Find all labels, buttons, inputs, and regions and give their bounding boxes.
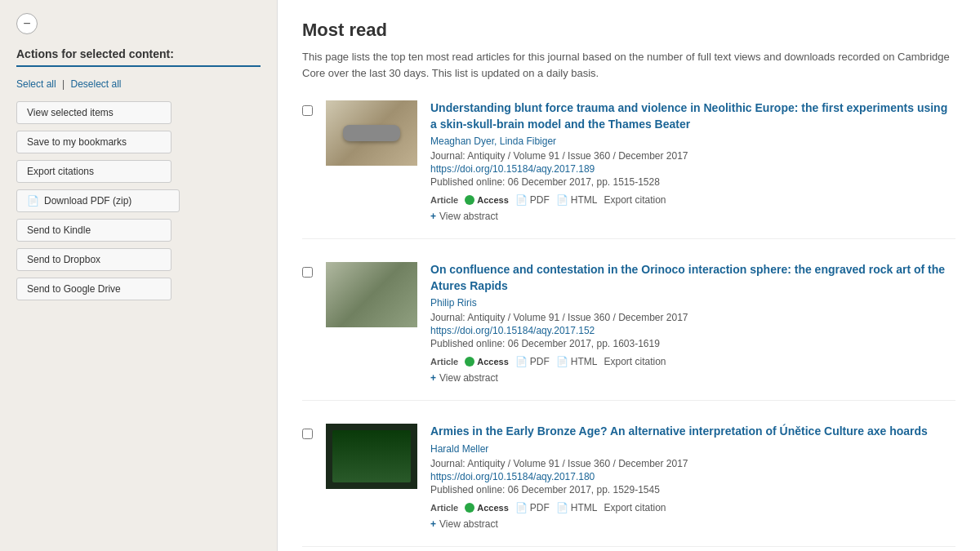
save-bookmarks-button[interactable]: Save to my bookmarks bbox=[16, 131, 172, 153]
html-link[interactable]: 📄 HTML bbox=[556, 502, 598, 513]
article-3-authors: Harald Meller bbox=[430, 443, 956, 455]
export-citations-button[interactable]: Export citations bbox=[16, 160, 172, 183]
pdf-link[interactable]: 📄 PDF bbox=[515, 356, 550, 367]
access-dot-icon bbox=[465, 357, 474, 367]
view-abstract-2[interactable]: + View abstract bbox=[430, 372, 956, 384]
view-abstract-label: View abstract bbox=[439, 518, 498, 530]
plus-icon: + bbox=[430, 518, 436, 530]
select-links: Select all | Deselect all bbox=[16, 78, 261, 90]
html-icon: 📄 bbox=[556, 194, 568, 206]
article-badge: Article bbox=[430, 357, 458, 367]
pdf-label: PDF bbox=[530, 356, 550, 367]
article-item: On confluence and contestation in the Or… bbox=[302, 262, 956, 401]
send-kindle-button[interactable]: Send to Kindle bbox=[16, 219, 172, 242]
view-abstract-3[interactable]: + View abstract bbox=[430, 518, 956, 530]
collapse-button[interactable]: − bbox=[16, 13, 38, 34]
article-2-published: Published online: 06 December 2017, pp. … bbox=[430, 338, 956, 349]
article-3-checkbox[interactable] bbox=[302, 429, 313, 439]
article-item: Armies in the Early Bronze Age? An alter… bbox=[302, 424, 956, 547]
html-icon: 📄 bbox=[556, 502, 568, 513]
article-3-title[interactable]: Armies in the Early Bronze Age? An alter… bbox=[430, 424, 956, 440]
view-abstract-1[interactable]: + View abstract bbox=[430, 211, 956, 222]
pdf-icon: 📄 bbox=[27, 195, 39, 207]
article-2-doi[interactable]: https://doi.org/10.15184/aqy.2017.152 bbox=[430, 325, 956, 336]
export-citation-link[interactable]: Export citation bbox=[604, 502, 666, 513]
article-2-journal: Journal: Antiquity / Volume 91 / Issue 3… bbox=[430, 312, 956, 323]
html-label: HTML bbox=[571, 194, 598, 206]
article-1-doi[interactable]: https://doi.org/10.15184/aqy.2017.189 bbox=[430, 163, 956, 175]
pdf-icon: 📄 bbox=[515, 194, 528, 206]
article-2-actions: Article Access 📄 PDF 📄 HTML Export citat… bbox=[430, 356, 956, 367]
access-label: Access bbox=[477, 195, 509, 205]
access-label: Access bbox=[477, 357, 509, 367]
page-title: Most read bbox=[302, 20, 956, 41]
article-1-thumbnail bbox=[326, 100, 417, 166]
article-1-actions: Article Access 📄 PDF 📄 HTML Export citat… bbox=[430, 194, 956, 206]
article-1-title[interactable]: Understanding blunt force trauma and vio… bbox=[430, 100, 956, 132]
article-3-published: Published online: 06 December 2017, pp. … bbox=[430, 484, 956, 495]
html-label: HTML bbox=[571, 356, 598, 367]
article-1-published: Published online: 06 December 2017, pp. … bbox=[430, 176, 956, 188]
download-pdf-button[interactable]: 📄 Download PDF (zip) bbox=[16, 189, 180, 212]
article-badge: Article bbox=[430, 195, 458, 205]
export-citation-link[interactable]: Export citation bbox=[604, 194, 666, 206]
article-1-checkbox[interactable] bbox=[302, 105, 313, 116]
main-content: Most read This page lists the top ten mo… bbox=[278, 0, 980, 551]
access-dot-icon bbox=[465, 195, 474, 205]
view-abstract-label: View abstract bbox=[439, 211, 498, 222]
download-pdf-label: Download PDF (zip) bbox=[44, 195, 131, 207]
send-googledrive-button[interactable]: Send to Google Drive bbox=[16, 278, 172, 300]
access-label: Access bbox=[477, 503, 509, 513]
article-3-content: Armies in the Early Bronze Age? An alter… bbox=[430, 424, 956, 530]
plus-icon: + bbox=[430, 372, 436, 384]
article-2-checkbox[interactable] bbox=[302, 267, 313, 278]
plus-icon: + bbox=[430, 211, 436, 222]
article-1-content: Understanding blunt force trauma and vio… bbox=[430, 100, 956, 222]
html-icon: 📄 bbox=[556, 356, 568, 367]
access-dot-icon bbox=[465, 503, 474, 513]
article-2-content: On confluence and contestation in the Or… bbox=[430, 262, 956, 384]
separator: | bbox=[62, 78, 67, 90]
article-3-actions: Article Access 📄 PDF 📄 HTML Export citat… bbox=[430, 502, 956, 513]
pdf-label: PDF bbox=[530, 194, 550, 206]
article-2-title[interactable]: On confluence and contestation in the Or… bbox=[430, 262, 956, 294]
pdf-icon: 📄 bbox=[515, 356, 528, 367]
deselect-all-link[interactable]: Deselect all bbox=[71, 78, 122, 90]
send-dropbox-button[interactable]: Send to Dropbox bbox=[16, 248, 172, 271]
pdf-icon: 📄 bbox=[515, 502, 528, 513]
article-badge: Article bbox=[430, 503, 458, 513]
access-badge: Access bbox=[465, 357, 509, 367]
article-2-authors: Philip Riris bbox=[430, 297, 956, 309]
access-badge: Access bbox=[465, 195, 509, 205]
access-badge: Access bbox=[465, 503, 509, 513]
pdf-link[interactable]: 📄 PDF bbox=[515, 502, 550, 513]
article-1-journal: Journal: Antiquity / Volume 91 / Issue 3… bbox=[430, 150, 956, 162]
pdf-label: PDF bbox=[530, 502, 550, 513]
minus-icon: − bbox=[23, 16, 30, 31]
view-selected-button[interactable]: View selected items bbox=[16, 101, 172, 124]
article-1-authors: Meaghan Dyer, Linda Fibiger bbox=[430, 136, 956, 147]
article-3-journal: Journal: Antiquity / Volume 91 / Issue 3… bbox=[430, 458, 956, 469]
article-3-doi[interactable]: https://doi.org/10.15184/aqy.2017.180 bbox=[430, 471, 956, 482]
view-abstract-label: View abstract bbox=[439, 372, 498, 384]
page-description: This page lists the top ten most read ar… bbox=[302, 49, 956, 81]
sidebar-title: Actions for selected content: bbox=[16, 47, 261, 67]
sidebar: − Actions for selected content: Select a… bbox=[0, 0, 278, 551]
pdf-link[interactable]: 📄 PDF bbox=[515, 194, 550, 206]
article-2-thumbnail bbox=[326, 262, 417, 327]
article-3-thumbnail bbox=[326, 424, 417, 489]
article-item: Understanding blunt force trauma and vio… bbox=[302, 100, 956, 239]
html-label: HTML bbox=[571, 502, 598, 513]
export-citation-link[interactable]: Export citation bbox=[604, 356, 666, 367]
select-all-link[interactable]: Select all bbox=[16, 78, 56, 90]
html-link[interactable]: 📄 HTML bbox=[556, 356, 598, 367]
html-link[interactable]: 📄 HTML bbox=[556, 194, 598, 206]
